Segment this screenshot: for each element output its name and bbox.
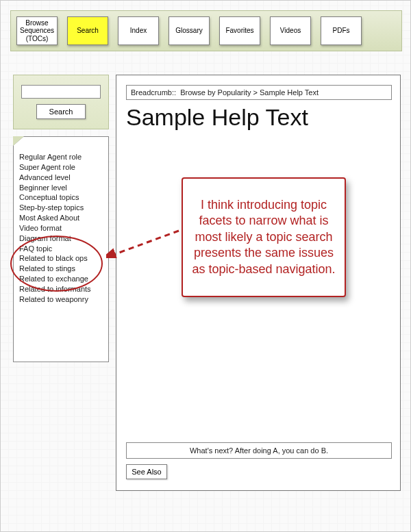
tab-search[interactable]: Search: [67, 16, 108, 45]
search-widget: Search: [13, 75, 109, 129]
tab-browse-sequences[interactable]: Browse Sequences (TOCs): [16, 16, 58, 45]
facet-item[interactable]: Advanced level: [19, 173, 103, 183]
tab-favorites[interactable]: Favorites: [219, 16, 260, 45]
facet-item[interactable]: Related to weaponry: [19, 294, 103, 305]
tab-index[interactable]: Index: [118, 16, 159, 45]
panel-tab-icon: [13, 136, 24, 146]
facet-item[interactable]: Regular Agent role: [19, 152, 103, 162]
facet-item[interactable]: Step-by-step topics: [19, 203, 103, 213]
facet-item[interactable]: Related to stings: [19, 264, 103, 274]
facet-item[interactable]: Diagram format: [19, 233, 103, 244]
whats-next-bar: What's next? After doing A, you can do B…: [126, 442, 392, 459]
top-tab-bar: Browse Sequences (TOCs) Search Index Glo…: [10, 10, 402, 51]
breadcrumb-path: Browse by Popularity > Sample Help Text: [180, 88, 319, 97]
facet-item[interactable]: FAQ topic: [19, 244, 103, 254]
facet-item[interactable]: Related to black ops: [19, 253, 103, 264]
breadcrumb[interactable]: Breadcrumb:: Browse by Popularity > Samp…: [126, 85, 392, 100]
facet-item[interactable]: Beginner level: [19, 183, 103, 193]
facet-item[interactable]: Conceptual topics: [19, 192, 103, 203]
search-button[interactable]: Search: [36, 104, 86, 119]
page-title: Sample Help Text: [126, 104, 390, 131]
facet-item[interactable]: Super Agent role: [19, 162, 103, 173]
facet-item[interactable]: Most Asked About: [19, 213, 103, 223]
tab-glossary[interactable]: Glossary: [169, 16, 210, 45]
facet-item[interactable]: Related to exchange: [19, 274, 103, 284]
annotation-callout: I think introducing topic facets to narr…: [182, 177, 346, 297]
facet-item[interactable]: Related to informants: [19, 284, 103, 294]
see-also-button[interactable]: See Also: [126, 464, 167, 479]
facet-list: Regular Agent role Super Agent role Adva…: [14, 137, 108, 310]
tab-pdfs[interactable]: PDFs: [321, 16, 362, 45]
sidebar: Search Regular Agent role Super Agent ro…: [13, 75, 109, 485]
facet-item[interactable]: Video format: [19, 223, 103, 233]
tab-videos[interactable]: Videos: [270, 16, 311, 45]
search-input[interactable]: [21, 85, 101, 99]
breadcrumb-prefix: Breadcrumb::: [131, 88, 176, 97]
facet-panel: Regular Agent role Super Agent role Adva…: [13, 136, 109, 362]
